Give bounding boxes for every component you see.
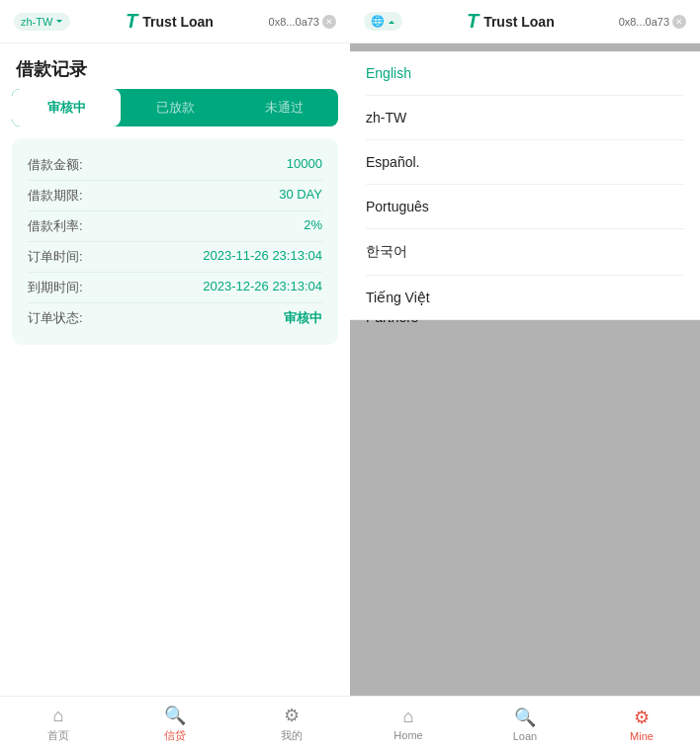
tab-rejected[interactable]: 未通过 bbox=[229, 89, 338, 126]
right-header-left: 🌐 bbox=[364, 12, 402, 31]
logo-text-right: Trust Loan bbox=[483, 14, 555, 30]
lang-option-zh-tw[interactable]: zh-TW bbox=[366, 96, 684, 140]
loan-icon-left: 🔍 bbox=[164, 705, 186, 726]
nav-loan-label-right: Loan bbox=[513, 730, 537, 742]
loan-amount-value: 10000 bbox=[287, 156, 322, 174]
wallet-address-right: 0x8...0a73 ✕ bbox=[619, 15, 686, 29]
loan-row-order-time: 订单时间: 2023-11-26 23:13:04 bbox=[28, 242, 322, 273]
lang-option-vietnamese[interactable]: Tiếng Việt bbox=[366, 276, 684, 319]
chevron-up-icon bbox=[388, 18, 395, 26]
loan-icon-right: 🔍 bbox=[514, 707, 536, 728]
tabs-row: 审核中 已放款 未通过 bbox=[12, 89, 338, 126]
logo-icon-left: T bbox=[126, 10, 137, 33]
loan-term-label: 借款期限: bbox=[28, 187, 107, 205]
nav-loan-label-left: 信贷 bbox=[164, 728, 186, 743]
home-icon-left: ⌂ bbox=[53, 706, 64, 726]
lang-label-left: zh-TW bbox=[21, 16, 52, 28]
loan-row-status: 订单状态: 审核中 bbox=[28, 303, 322, 333]
nav-loan-left[interactable]: 🔍 信贷 bbox=[117, 697, 233, 751]
lang-option-portugues[interactable]: Português bbox=[366, 185, 684, 229]
lang-selector-left[interactable]: zh-TW bbox=[14, 13, 70, 31]
loan-rate-value: 2% bbox=[304, 217, 322, 235]
loan-row-rate: 借款利率: 2% bbox=[28, 211, 322, 242]
right-bottom-nav: ⌂ Home 🔍 Loan ⚙ Mine bbox=[350, 696, 700, 751]
nav-mine-label-left: 我的 bbox=[281, 728, 303, 743]
loan-card: 借款金额: 10000 借款期限: 30 DAY 借款利率: 2% 订单时间: … bbox=[12, 138, 338, 345]
loan-due-time-label: 到期时间: bbox=[28, 279, 107, 296]
loan-row-due-time: 到期时间: 2023-12-26 23:13:04 bbox=[28, 273, 322, 303]
tab-reviewing[interactable]: 审核中 bbox=[12, 89, 121, 126]
mine-icon-left: ⚙ bbox=[284, 705, 300, 726]
loan-row-term: 借款期限: 30 DAY bbox=[28, 181, 322, 211]
lang-option-espanol[interactable]: Español. bbox=[366, 140, 684, 185]
loan-amount-label: 借款金额: bbox=[28, 156, 107, 174]
lang-option-english[interactable]: English bbox=[366, 51, 684, 96]
left-header-left: zh-TW bbox=[14, 13, 70, 31]
logo-icon-right: T bbox=[467, 10, 479, 33]
home-icon-right: ⌂ bbox=[403, 707, 414, 727]
nav-home-right[interactable]: ⌂ Home bbox=[350, 697, 467, 751]
page-title: 借款记录 bbox=[16, 59, 87, 79]
close-icon-right[interactable]: ✕ bbox=[672, 15, 686, 29]
lang-option-korean[interactable]: 한국어 bbox=[366, 229, 684, 276]
close-icon-left[interactable]: ✕ bbox=[322, 15, 336, 29]
loan-order-time-value: 2023-11-26 23:13:04 bbox=[203, 248, 322, 266]
lang-selector-right[interactable]: 🌐 bbox=[364, 12, 402, 31]
loan-rate-label: 借款利率: bbox=[28, 217, 107, 235]
right-logo: T Trust Loan bbox=[467, 10, 555, 33]
loan-row-amount: 借款金额: 10000 bbox=[28, 150, 322, 181]
logo-text-left: Trust Loan bbox=[142, 14, 214, 30]
left-bottom-nav: ⌂ 首页 🔍 信贷 ⚙ 我的 bbox=[0, 696, 350, 751]
globe-icon: 🌐 bbox=[371, 15, 385, 28]
nav-mine-right[interactable]: ⚙ Mine bbox=[583, 697, 700, 751]
right-header: 🌐 T Trust Loan 0x8...0a73 ✕ bbox=[350, 0, 700, 43]
wallet-address-left: 0x8...0a73 ✕ bbox=[269, 15, 336, 29]
left-header: zh-TW T Trust Loan 0x8...0a73 ✕ bbox=[0, 0, 350, 43]
nav-mine-label-right: Mine bbox=[630, 730, 654, 742]
nav-loan-right[interactable]: 🔍 Loan bbox=[467, 697, 583, 751]
loan-status-value: 审核中 bbox=[284, 309, 322, 327]
loan-status-label: 订单状态: bbox=[28, 309, 107, 327]
nav-mine-left[interactable]: ⚙ 我的 bbox=[233, 697, 350, 751]
chevron-down-icon bbox=[55, 18, 63, 26]
tab-disbursed[interactable]: 已放款 bbox=[121, 89, 229, 126]
nav-home-label-left: 首页 bbox=[47, 728, 69, 743]
left-logo: T Trust Loan bbox=[126, 10, 214, 33]
loan-due-time-value: 2023-12-26 23:13:04 bbox=[203, 279, 322, 296]
loan-term-value: 30 DAY bbox=[279, 187, 322, 205]
nav-home-left[interactable]: ⌂ 首页 bbox=[0, 697, 117, 751]
right-panel: 🌐 T Trust Loan 0x8...0a73 ✕ English zh-T… bbox=[350, 0, 700, 751]
left-panel: zh-TW T Trust Loan 0x8...0a73 ✕ 借款记录 审核中… bbox=[0, 0, 350, 751]
loan-order-time-label: 订单时间: bbox=[28, 248, 107, 266]
nav-home-label-right: Home bbox=[394, 729, 422, 741]
language-dropdown: English zh-TW Español. Português 한국어 Tiế… bbox=[350, 51, 700, 320]
page-title-area: 借款记录 bbox=[0, 43, 350, 89]
mine-icon-right: ⚙ bbox=[634, 707, 650, 728]
